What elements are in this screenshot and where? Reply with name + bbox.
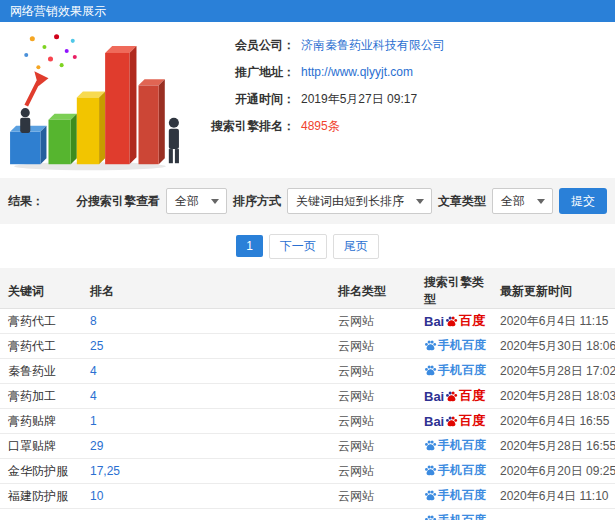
- updated-cell: 2020年5月30日 18:06: [492, 334, 615, 359]
- table-row: 膏药代工8云网站Bai百度2020年6月4日 11:15: [0, 309, 615, 334]
- engine-filter-select[interactable]: 全部: [166, 188, 227, 214]
- updated-cell: 2020年6月20日 09:25: [492, 459, 615, 484]
- info-field-company: 会员公司： 济南秦鲁药业科技有限公司: [185, 36, 445, 54]
- keyword-cell: [0, 509, 82, 520]
- table-row: 金华防护服17,25云网站手机百度2020年6月20日 09:25: [0, 459, 615, 484]
- open-time-value: 2019年5月27日 09:17: [301, 90, 417, 108]
- rank-cell: [82, 509, 330, 520]
- engine-type-cell: Bai百度: [416, 384, 492, 409]
- rank-link[interactable]: 8: [90, 314, 97, 328]
- chevron-down-icon: [211, 199, 219, 204]
- sort-filter-value: 关键词由短到长排序: [296, 193, 404, 210]
- updated-cell: 2020年6月4日 11:10: [492, 484, 615, 509]
- table-row: 口罩贴牌29云网站手机百度2020年5月28日 16:55: [0, 434, 615, 459]
- table-row: 手机百度: [0, 509, 615, 520]
- baidu-mobile-logo: 手机百度: [424, 512, 486, 520]
- rank-link[interactable]: 10: [90, 489, 103, 503]
- engine-filter-value: 全部: [175, 193, 199, 210]
- paw-icon: [424, 339, 437, 352]
- keyword-cell: 金华防护服: [0, 459, 82, 484]
- updated-cell: 2020年5月28日 17:02: [492, 359, 615, 384]
- table-row: 膏药代工25云网站手机百度2020年5月30日 18:06: [0, 334, 615, 359]
- updated-cell: 2020年6月4日 11:15: [492, 309, 615, 334]
- page-header: 网络营销效果展示: [0, 0, 615, 22]
- baidu-logo: Bai百度: [424, 312, 485, 330]
- rank-link[interactable]: 29: [90, 439, 103, 453]
- promo-url-link[interactable]: http://www.qlyyjt.com: [301, 63, 413, 81]
- engine-type-cell: Bai百度: [416, 409, 492, 434]
- paw-icon: [424, 439, 437, 452]
- paw-icon: [424, 514, 437, 520]
- results-table: 关键词 排名 排名类型 搜索引擎类型 最新更新时间 膏药代工8云网站Bai百度2…: [0, 274, 615, 520]
- info-field-open-time: 开通时间： 2019年5月27日 09:17: [185, 90, 445, 108]
- company-name-link[interactable]: 济南秦鲁药业科技有限公司: [301, 36, 445, 54]
- rank-link[interactable]: 1: [90, 414, 97, 428]
- filter-controls: 分搜索引擎查看 全部 排序方式 关键词由短到长排序 文章类型 全部 提交: [76, 188, 607, 214]
- rank-link[interactable]: 25: [90, 339, 103, 353]
- table-row: 福建防护服10云网站手机百度2020年6月4日 11:10: [0, 484, 615, 509]
- updated-cell: [492, 509, 615, 520]
- rank-link[interactable]: 4: [90, 389, 97, 403]
- rank-cell: 4: [82, 359, 330, 384]
- sort-filter-select[interactable]: 关键词由短到长排序: [287, 188, 432, 214]
- keyword-cell: 秦鲁药业: [0, 359, 82, 384]
- paw-icon: [424, 464, 437, 477]
- engine-type-cell: 手机百度: [416, 359, 492, 384]
- baidu-logo: Bai百度: [424, 387, 485, 405]
- updated-cell: 2020年5月28日 16:55: [492, 434, 615, 459]
- keyword-cell: 口罩贴牌: [0, 434, 82, 459]
- field-label: 搜索引擎排名：: [185, 117, 295, 135]
- next-page-button[interactable]: 下一页: [269, 234, 327, 259]
- submit-button[interactable]: 提交: [559, 188, 607, 214]
- rank-cell: 25: [82, 334, 330, 359]
- company-info: 会员公司： 济南秦鲁药业科技有限公司 推广地址： http://www.qlyy…: [185, 22, 445, 178]
- rank-type-cell: 云网站: [330, 359, 416, 384]
- paw-icon: [445, 390, 458, 403]
- engine-type-cell: 手机百度: [416, 434, 492, 459]
- rank-type-cell: 云网站: [330, 309, 416, 334]
- column-header-updated: 最新更新时间: [492, 274, 615, 309]
- keyword-cell: 膏药贴牌: [0, 409, 82, 434]
- article-type-select[interactable]: 全部: [492, 188, 553, 214]
- rank-type-cell: 云网站: [330, 384, 416, 409]
- rank-type-cell: 云网站: [330, 334, 416, 359]
- field-label: 推广地址：: [185, 63, 295, 81]
- keyword-cell: 膏药加工: [0, 384, 82, 409]
- rank-count-value: 4895条: [301, 117, 340, 135]
- column-header-rank-type: 排名类型: [330, 274, 416, 309]
- column-header-rank: 排名: [82, 274, 330, 309]
- rank-link[interactable]: 4: [90, 364, 97, 378]
- chart-illustration: [0, 22, 185, 178]
- engine-type-cell: 手机百度: [416, 509, 492, 520]
- column-header-keyword: 关键词: [0, 274, 82, 309]
- pagination: 1 下一页 尾页: [0, 224, 615, 268]
- field-label: 会员公司：: [185, 36, 295, 54]
- field-label: 开通时间：: [185, 90, 295, 108]
- info-field-url: 推广地址： http://www.qlyyjt.com: [185, 63, 445, 81]
- chevron-down-icon: [416, 199, 424, 204]
- rank-cell: 8: [82, 309, 330, 334]
- page-number-current[interactable]: 1: [236, 235, 263, 257]
- engine-filter-label: 分搜索引擎查看: [76, 193, 160, 210]
- article-type-label: 文章类型: [438, 193, 486, 210]
- filter-bar: 结果： 分搜索引擎查看 全部 排序方式 关键词由短到长排序 文章类型 全部 提交: [0, 178, 615, 224]
- rank-type-cell: 云网站: [330, 409, 416, 434]
- sort-filter-label: 排序方式: [233, 193, 281, 210]
- baidu-logo: Bai百度: [424, 412, 485, 430]
- paw-icon: [445, 415, 458, 428]
- last-page-button[interactable]: 尾页: [333, 234, 379, 259]
- baidu-mobile-logo: 手机百度: [424, 437, 486, 454]
- rank-type-cell: 云网站: [330, 459, 416, 484]
- baidu-mobile-logo: 手机百度: [424, 337, 486, 354]
- rank-type-cell: 云网站: [330, 484, 416, 509]
- article-type-value: 全部: [501, 193, 525, 210]
- keyword-cell: 膏药代工: [0, 334, 82, 359]
- bar-chart-clipart-icon: [4, 26, 184, 171]
- rank-cell: 29: [82, 434, 330, 459]
- paw-icon: [424, 489, 437, 502]
- keyword-cell: 膏药代工: [0, 309, 82, 334]
- table-row: 膏药加工4云网站Bai百度2020年5月28日 18:03: [0, 384, 615, 409]
- rank-link[interactable]: 17,25: [90, 464, 120, 478]
- keyword-cell: 福建防护服: [0, 484, 82, 509]
- paw-icon: [445, 315, 458, 328]
